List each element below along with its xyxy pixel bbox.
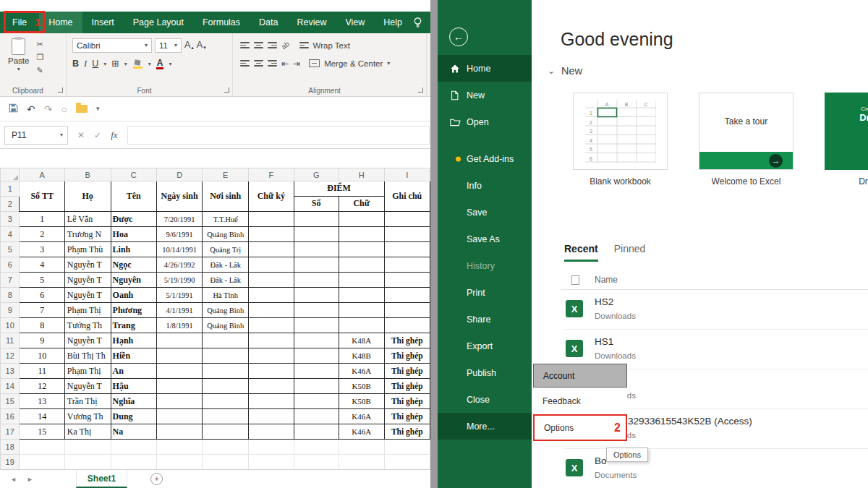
cell-H11[interactable]: K48A — [339, 333, 384, 348]
cell-A11[interactable]: 9 — [20, 333, 64, 348]
merge-center-button[interactable]: Merge & Center — [324, 59, 383, 68]
cell-A6[interactable]: 4 — [20, 257, 64, 273]
undo-icon[interactable]: ↶ — [27, 104, 35, 114]
cell-I15[interactable]: Thi ghép — [384, 394, 430, 409]
cell-E10[interactable]: Quảng Bình — [203, 318, 249, 333]
cell-F5[interactable] — [249, 242, 294, 257]
cell-C16[interactable]: Dung — [111, 409, 156, 424]
cell-F11[interactable] — [249, 333, 294, 348]
cell-I4[interactable] — [384, 227, 430, 242]
cell-G12[interactable] — [294, 348, 339, 364]
cell-B9[interactable]: Phạm Thị — [64, 303, 111, 318]
cell-D12[interactable] — [156, 348, 203, 364]
cell-F10[interactable] — [249, 318, 294, 333]
cell-H4[interactable] — [339, 227, 384, 242]
cell-G7[interactable] — [294, 273, 339, 288]
cell-E8[interactable]: Hà Tĩnh — [203, 288, 249, 303]
format-painter-icon[interactable]: ✎ — [36, 66, 43, 75]
cell-B7[interactable]: Nguyễn T — [64, 273, 111, 288]
align-bottom-icon[interactable] — [268, 42, 277, 48]
bold-button[interactable]: B — [72, 59, 79, 69]
cell-E4[interactable]: Quảng Bình — [203, 227, 249, 242]
dialog-launcher-icon[interactable] — [58, 87, 63, 93]
backstage-item-export[interactable]: Export — [438, 333, 532, 359]
ribbon-tab-home[interactable]: Home — [39, 12, 82, 33]
cell-A5[interactable]: 3 — [20, 242, 64, 257]
backstage-item-get-add-ins[interactable]: Get Add-ins — [438, 145, 532, 172]
orientation-icon[interactable]: ab — [280, 40, 291, 51]
circle-icon[interactable]: ○ — [61, 104, 67, 114]
cell-B15[interactable]: Trần Thị — [64, 394, 111, 409]
cell-H19[interactable] — [339, 455, 384, 470]
wrap-text-button[interactable]: Wrap Text — [313, 41, 350, 50]
cell-G9[interactable] — [294, 303, 339, 318]
cell-I14[interactable]: Thi ghép — [384, 379, 430, 394]
cell-D18[interactable] — [156, 440, 203, 455]
row-header-12[interactable]: 12 — [1, 348, 20, 364]
cell-C8[interactable]: Oanh — [111, 288, 156, 303]
cell-D9[interactable]: 4/1/1991 — [156, 303, 203, 318]
row-header-1[interactable]: 1 — [1, 181, 20, 197]
lightbulb-icon[interactable] — [414, 12, 430, 33]
tab-pinned[interactable]: Pinned — [614, 243, 646, 262]
save-icon[interactable] — [9, 103, 18, 114]
cell-G3[interactable] — [294, 212, 339, 227]
cell-A19[interactable] — [20, 455, 64, 470]
row-header-18[interactable]: 18 — [1, 440, 20, 455]
cell-C13[interactable]: An — [111, 364, 156, 379]
ribbon-tab-view[interactable]: View — [336, 12, 374, 33]
add-sheet-button[interactable]: + — [150, 473, 163, 485]
cell-D11[interactable] — [156, 333, 203, 348]
cell-G6[interactable] — [294, 257, 339, 273]
cell-D5[interactable]: 10/14/1991 — [156, 242, 203, 257]
align-left-icon[interactable] — [240, 60, 250, 67]
tab-recent[interactable]: Recent — [564, 243, 598, 262]
cell-A15[interactable]: 13 — [20, 394, 64, 409]
row-header-11[interactable]: 11 — [1, 333, 20, 348]
cell-C4[interactable]: Hoa — [111, 227, 156, 242]
cell-H7[interactable] — [339, 273, 384, 288]
backstage-item-publish[interactable]: Publish — [438, 359, 532, 386]
cell-F18[interactable] — [249, 440, 294, 455]
cell-B11[interactable]: Nguyễn T — [64, 333, 111, 348]
copy-icon[interactable]: ❐ — [36, 53, 43, 62]
row-header-13[interactable]: 13 — [1, 364, 20, 379]
cell-E11[interactable] — [203, 333, 249, 348]
menu-item-feedback[interactable]: Feedback — [533, 388, 627, 414]
cell-E19[interactable] — [203, 455, 249, 470]
backstage-item-open[interactable]: Open — [438, 108, 532, 135]
cell-C18[interactable] — [111, 440, 156, 455]
cell-E7[interactable]: Đắk - Lắk — [203, 273, 249, 288]
cell-F12[interactable] — [249, 348, 294, 364]
row-header-19[interactable]: 19 — [1, 455, 20, 470]
cell-B12[interactable]: Bùi Thị Th — [64, 348, 111, 364]
backstage-item-save[interactable]: Save — [438, 199, 532, 226]
cell-H10[interactable] — [339, 318, 384, 333]
cell-G15[interactable] — [294, 394, 339, 409]
cell-E1[interactable]: Nơi sinh — [203, 181, 249, 212]
row-header-14[interactable]: 14 — [1, 379, 20, 394]
backstage-item-save-as[interactable]: Save As — [438, 226, 532, 252]
cell-A4[interactable]: 2 — [20, 227, 64, 242]
cell-C1[interactable]: Tên — [111, 181, 156, 212]
cell-I12[interactable]: Thi ghép — [384, 348, 430, 364]
col-header-I[interactable]: I — [384, 168, 430, 181]
font-size-select[interactable]: 11 ▾ — [155, 38, 182, 53]
cell-B1[interactable]: Họ — [64, 181, 111, 212]
decrease-font-button[interactable]: A▾ — [197, 40, 206, 50]
cell-A8[interactable]: 6 — [20, 288, 64, 303]
cell-G8[interactable] — [294, 288, 339, 303]
cell-H18[interactable] — [339, 440, 384, 455]
align-right-icon[interactable] — [268, 60, 277, 67]
cell-I1[interactable]: Ghi chú — [384, 181, 430, 212]
cell-D14[interactable] — [156, 379, 203, 394]
cell-B14[interactable]: Nguyễn T — [64, 379, 111, 394]
col-header-G[interactable]: G — [294, 168, 339, 181]
cell-B8[interactable]: Nguyễn T — [64, 288, 111, 303]
new-section-toggle[interactable]: ⌄ New — [548, 65, 582, 77]
ribbon-tab-insert[interactable]: Insert — [82, 12, 124, 33]
cell-B5[interactable]: Phạm Thù — [64, 242, 111, 257]
cell-H2[interactable]: Chữ — [339, 197, 384, 212]
menu-item-account[interactable]: Account — [533, 364, 627, 388]
cell-G18[interactable] — [294, 440, 339, 455]
